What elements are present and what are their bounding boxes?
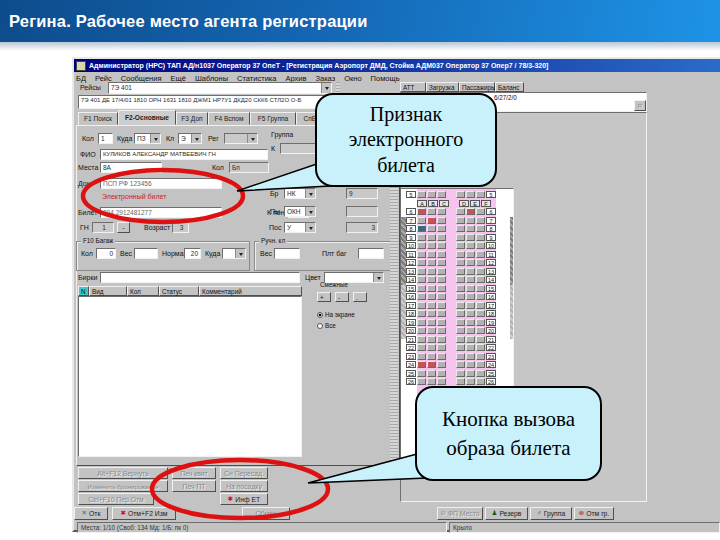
radio-all[interactable]: Все	[317, 322, 336, 329]
comments-table-body[interactable]	[78, 296, 302, 457]
menu-item-9[interactable]: Помощь	[371, 74, 400, 83]
seat-10E[interactable]	[466, 242, 475, 249]
seat-17C[interactable]	[437, 302, 446, 309]
seat-12C[interactable]	[437, 259, 446, 266]
gn-minus-button[interactable]: -	[117, 222, 130, 233]
seat-11F[interactable]	[476, 251, 485, 258]
menu-item-0[interactable]: БД	[76, 74, 86, 83]
bag-norm-field[interactable]: 20	[184, 248, 201, 259]
seat-kind-field[interactable]: Бп	[229, 162, 269, 173]
seat-9D[interactable]	[456, 234, 465, 241]
seat-25B[interactable]	[427, 370, 436, 377]
seat-9F[interactable]	[476, 234, 485, 241]
py-extra-field[interactable]	[346, 206, 378, 217]
seat-23B[interactable]	[427, 353, 436, 360]
seat-20B[interactable]	[427, 327, 436, 334]
seat-7A[interactable]	[417, 217, 426, 224]
seat-24D[interactable]	[456, 361, 465, 368]
seat-20F[interactable]	[476, 327, 485, 334]
radio-on-screen[interactable]: На экране	[317, 311, 355, 318]
obmen-button[interactable]: Обмен	[242, 507, 290, 520]
pos-arrow-icon[interactable]	[305, 223, 315, 232]
otk-button[interactable]: ✕ Отк	[74, 507, 108, 520]
seat-7C[interactable]	[437, 217, 446, 224]
seat-18A[interactable]	[417, 310, 426, 317]
seat-19A[interactable]	[417, 319, 426, 326]
hand-weight-field[interactable]	[274, 248, 300, 259]
rezerv-button[interactable]: ♟ Резерв	[485, 507, 528, 520]
gn-field[interactable]: 1	[92, 222, 114, 233]
seat-7E[interactable]	[466, 217, 475, 224]
seat-8E[interactable]	[466, 225, 475, 232]
seat-8F[interactable]	[476, 225, 485, 232]
seat-15E[interactable]	[466, 285, 475, 292]
seat-11E[interactable]	[466, 251, 475, 258]
seat-20D[interactable]	[456, 327, 465, 334]
seat-16A[interactable]	[417, 293, 426, 300]
load-col-3[interactable]: Баланс	[495, 82, 524, 92]
seat-13F[interactable]	[476, 268, 485, 275]
seat-6A[interactable]	[417, 208, 426, 215]
comments-col-1[interactable]: Вид	[89, 286, 127, 296]
seat-22E[interactable]	[466, 344, 475, 351]
seat-14A[interactable]	[417, 276, 426, 283]
tab-4[interactable]: F5 Группа	[250, 112, 296, 125]
seat-14E[interactable]	[466, 276, 475, 283]
seat-5A[interactable]	[417, 191, 426, 198]
seat-14C[interactable]	[437, 276, 446, 283]
seat-6C[interactable]	[437, 208, 446, 215]
seat-17A[interactable]	[417, 302, 426, 309]
seat-12B[interactable]	[427, 259, 436, 266]
seat-7D[interactable]	[456, 217, 465, 224]
seat-23C[interactable]	[437, 353, 446, 360]
print-receipt-button[interactable]: Печ квит	[172, 467, 216, 479]
seat-18D[interactable]	[456, 310, 465, 317]
seat-21A[interactable]	[417, 336, 426, 343]
seat-17E[interactable]	[466, 302, 475, 309]
seat-12A[interactable]	[417, 259, 426, 266]
seat-23E[interactable]	[466, 353, 475, 360]
seat-21B[interactable]	[427, 336, 436, 343]
seat-26E[interactable]	[466, 378, 475, 385]
seat-12E[interactable]	[466, 259, 475, 266]
reg-combo[interactable]	[224, 133, 258, 144]
seat-20A[interactable]	[417, 327, 426, 334]
seat-11A[interactable]	[417, 251, 426, 258]
fp-mesto-button[interactable]: ⊘ ФП Место	[437, 507, 483, 520]
seat-10F[interactable]	[476, 242, 485, 249]
print-pt-button[interactable]: Печ ПТ	[172, 480, 216, 492]
seat-8C[interactable]	[437, 225, 446, 232]
seat-11C[interactable]	[437, 251, 446, 258]
reg-arrow-icon[interactable]	[247, 134, 257, 143]
load-col-1[interactable]: Загрузка	[426, 82, 459, 92]
seat-16D[interactable]	[456, 293, 465, 300]
seat-19E[interactable]	[466, 319, 475, 326]
seat-12F[interactable]	[476, 259, 485, 266]
seat-9C[interactable]	[437, 234, 446, 241]
fio-field[interactable]: КУЛИКОВ АЛЕКСАНДР МАТВЕЕВИЧ ГН	[100, 149, 268, 160]
bag-dest-arrow-icon[interactable]	[235, 249, 245, 258]
seat-15B[interactable]	[427, 285, 436, 292]
seat-25C[interactable]	[437, 370, 446, 377]
seat-15D[interactable]	[456, 285, 465, 292]
seat-25E[interactable]	[466, 370, 475, 377]
flight-combo-arrow-icon[interactable]	[321, 83, 331, 93]
return-button[interactable]: Alt+F12 Вернуть	[78, 467, 168, 479]
seat-8B[interactable]	[427, 225, 436, 232]
menu-item-8[interactable]: Окно	[344, 74, 361, 83]
change-booking-button[interactable]: Изменить бронирование	[78, 480, 168, 492]
seat-24E[interactable]	[466, 361, 475, 368]
seat-10D[interactable]	[456, 242, 465, 249]
pos-extra-field[interactable]: 3	[346, 222, 378, 233]
seat-19B[interactable]	[427, 319, 436, 326]
seat-13C[interactable]	[437, 268, 446, 275]
seat-13D[interactable]	[456, 268, 465, 275]
seat-11B[interactable]	[427, 251, 436, 258]
seat-25D[interactable]	[456, 370, 465, 377]
seat-22A[interactable]	[417, 344, 426, 351]
seat-24A[interactable]	[417, 361, 426, 368]
py-combo[interactable]: ОКН	[284, 206, 316, 217]
seat-5B[interactable]	[427, 191, 436, 198]
inf-et-button[interactable]: ✱ Инф ЕТ	[220, 493, 268, 505]
pos-combo[interactable]: У	[284, 222, 316, 233]
